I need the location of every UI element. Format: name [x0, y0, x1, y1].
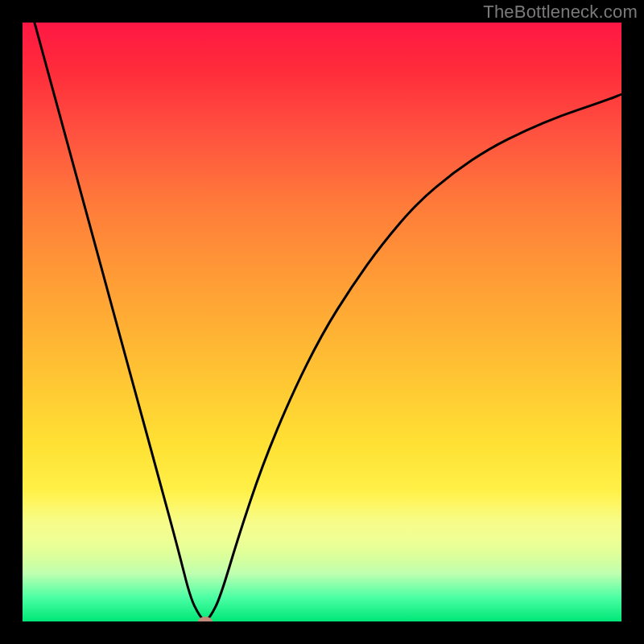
watermark-text: TheBottleneck.com	[483, 2, 638, 23]
bottleneck-curve	[35, 23, 621, 620]
chart-container: TheBottleneck.com	[0, 0, 644, 644]
plot-area	[23, 23, 621, 621]
curve-svg	[23, 23, 621, 621]
